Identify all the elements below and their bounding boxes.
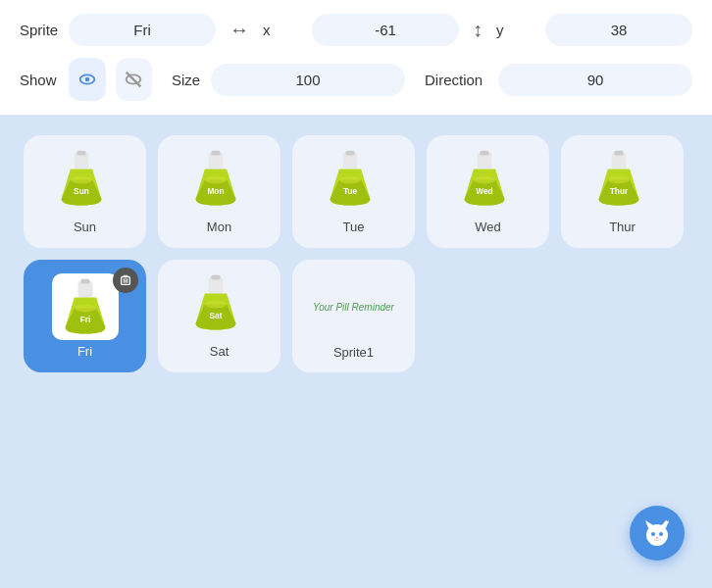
y-axis-icon: ↕ <box>469 15 486 45</box>
svg-point-21 <box>607 176 629 183</box>
sprite-img-thur: Thur <box>589 149 656 216</box>
size-input[interactable] <box>211 64 405 96</box>
svg-rect-11 <box>211 151 220 156</box>
svg-point-40 <box>659 532 663 536</box>
sprite-img-sat: Sat <box>186 273 253 340</box>
sprite-card-fri[interactable]: Fri Fri <box>24 260 146 372</box>
svg-text:Thur: Thur <box>609 186 628 196</box>
delete-fri-button[interactable] <box>113 268 138 293</box>
svg-point-5 <box>70 176 91 183</box>
flask-icon-sun: Sun <box>52 149 111 213</box>
eye-open-icon <box>76 69 98 90</box>
svg-rect-35 <box>211 275 220 280</box>
sprite-card-sat[interactable]: Sat Sat <box>158 260 280 372</box>
svg-rect-23 <box>614 151 623 156</box>
sprite-area: Sun Sun Mon Mon <box>0 116 712 392</box>
x-label: x <box>263 22 302 38</box>
flask-icon-tue: Tue <box>321 149 380 213</box>
sprite-img-wed: Wed <box>455 149 522 216</box>
eye-closed-icon <box>123 69 144 90</box>
sprite-name-sun: Sun <box>74 220 96 234</box>
sprite-img-mon: Mon <box>186 149 253 216</box>
direction-label: Direction <box>425 72 488 88</box>
y-value-input[interactable] <box>545 14 692 46</box>
flask-icon-wed: Wed <box>455 149 514 213</box>
trash-icon <box>119 273 132 287</box>
x-value-input[interactable] <box>312 14 459 46</box>
svg-point-17 <box>473 176 494 183</box>
sprite-img-sun: Sun <box>52 149 119 216</box>
flask-icon-thur: Thur <box>589 149 648 213</box>
row-sprite-coords: Sprite ↔ x ↕ y <box>20 14 692 46</box>
sprite-card-tue[interactable]: Tue Tue <box>292 135 415 248</box>
svg-point-13 <box>338 176 360 183</box>
sprite-img-fri: Fri <box>52 273 119 340</box>
svg-point-29 <box>74 305 95 312</box>
svg-point-1 <box>84 77 89 82</box>
show-label: Show <box>20 72 59 88</box>
x-axis-icon: ↔ <box>226 15 253 45</box>
sprite-img-tue: Tue <box>321 149 387 216</box>
top-panel: Sprite ↔ x ↕ y Show Size Direction <box>0 0 712 116</box>
sprite-name-tue: Tue <box>343 220 365 234</box>
sprite1-text: Your Pill Reminder <box>313 301 394 314</box>
svg-point-39 <box>651 532 655 536</box>
sprite-name-input[interactable] <box>69 14 216 46</box>
svg-text:✦: ✦ <box>662 517 670 528</box>
svg-text:Sat: Sat <box>209 311 222 320</box>
sprite-row-2: Fri Fri Sat Sat Y <box>24 260 688 372</box>
row-show-size-dir: Show Size Direction <box>20 58 692 101</box>
svg-rect-15 <box>345 151 354 156</box>
y-label: y <box>496 22 535 38</box>
flask-icon-fri: Fri <box>56 277 115 341</box>
sprite-name-sprite1: Sprite1 <box>333 345 374 360</box>
cat-icon: ✦ <box>640 516 674 550</box>
sprite-card-wed[interactable]: Wed Wed <box>427 135 549 248</box>
flask-icon-mon: Mon <box>186 149 245 213</box>
svg-text:Fri: Fri <box>79 315 90 324</box>
sprite-label: Sprite <box>20 22 59 38</box>
sprite-name-sat: Sat <box>210 344 229 359</box>
sprite-card-sun[interactable]: Sun Sun <box>24 135 146 248</box>
svg-rect-31 <box>80 279 89 284</box>
show-hidden-button[interactable] <box>116 58 153 101</box>
svg-point-41 <box>656 537 659 539</box>
svg-point-9 <box>204 176 226 183</box>
cat-fab-button[interactable]: ✦ <box>630 506 685 561</box>
flask-icon-sat: Sat <box>186 273 245 337</box>
svg-rect-7 <box>76 151 85 156</box>
sprite-name-fri: Fri <box>77 344 92 359</box>
sprite-card-thur[interactable]: Thur Thur <box>561 135 684 248</box>
size-label: Size <box>172 72 201 88</box>
sprite1-content: Your Pill Reminder <box>302 272 405 341</box>
sprite-card-sprite1[interactable]: Your Pill Reminder Sprite1 <box>292 260 415 372</box>
sprite-name-thur: Thur <box>609 220 636 234</box>
svg-text:Wed: Wed <box>476 186 492 196</box>
sprite-card-mon[interactable]: Mon Mon <box>158 135 280 248</box>
svg-rect-19 <box>480 151 488 156</box>
svg-text:Tue: Tue <box>342 186 357 196</box>
sprite-name-wed: Wed <box>475 220 501 234</box>
show-visible-button[interactable] <box>69 58 106 101</box>
svg-text:Sun: Sun <box>74 186 89 196</box>
svg-point-33 <box>204 301 226 308</box>
svg-text:Mon: Mon <box>207 186 224 196</box>
sprite-row-1: Sun Sun Mon Mon <box>24 135 688 248</box>
direction-input[interactable] <box>498 64 692 96</box>
sprite-name-mon: Mon <box>207 220 231 234</box>
